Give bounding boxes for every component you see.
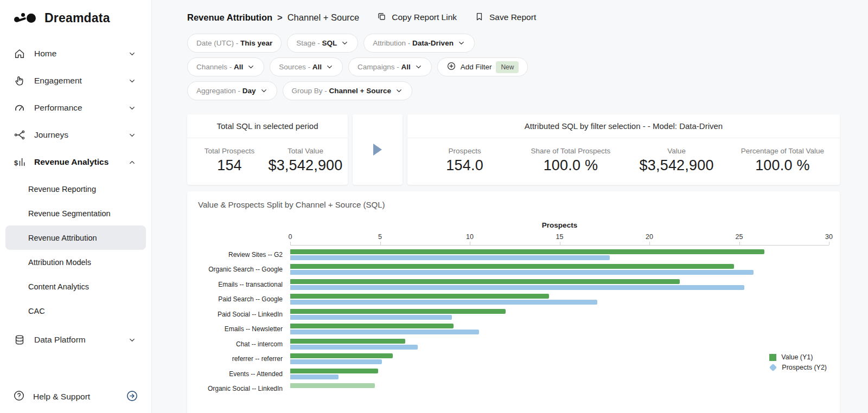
- sidebar-item-revenue-reporting[interactable]: Revenue Reporting: [0, 177, 151, 201]
- arrow-right-circle-icon[interactable]: [126, 390, 138, 404]
- metric-value: 154: [192, 157, 267, 174]
- chart-row-events-attended: Events -- Attended: [198, 366, 829, 382]
- chart-row-emails-transactional: Emails -- transactional: [198, 277, 829, 292]
- bar-group: [290, 369, 829, 379]
- total-sql-metrics: Total Prospects154Total Value$3,542,900: [187, 138, 348, 185]
- sidebar: Dreamdata HomeEngagementPerformanceJourn…: [0, 0, 152, 413]
- bar-group: [290, 279, 829, 290]
- prospects-bar: [290, 255, 610, 260]
- sidebar-item-performance[interactable]: Performance: [0, 94, 151, 121]
- sidebar-item-label: Data Platform: [34, 335, 86, 345]
- sidebar-item-help-support[interactable]: Help & Support: [0, 380, 151, 413]
- attributed-sql-card: Attributed SQL by filter selection - - M…: [407, 114, 840, 185]
- category-label: Review Sites -- G2: [198, 251, 290, 259]
- chevron-down-icon: [326, 63, 334, 71]
- chart-row-organic-social-linkedin: Organic Social -- LinkedIn: [198, 382, 829, 397]
- breadcrumb-root[interactable]: Revenue Attribution: [187, 12, 272, 23]
- topbar: Revenue Attribution > Channel + Source C…: [187, 8, 840, 27]
- value-bar: [290, 383, 375, 388]
- legend-item-value-y1: Value (Y1): [769, 353, 827, 361]
- bar-group: [290, 383, 829, 394]
- save-report-label: Save Report: [489, 12, 536, 22]
- prospects-bar: [290, 359, 382, 364]
- filter-pill-group-by[interactable]: Group By - Channel + Source: [283, 81, 412, 100]
- metric-percentage-of-total-value: Percentage of Total Value100.0 %: [730, 147, 835, 174]
- filter-pill-date-utc[interactable]: Date (UTC) - This year: [187, 34, 282, 53]
- value-bar: [290, 369, 378, 373]
- filter-pill-stage[interactable]: Stage - SQL: [287, 34, 358, 53]
- chevron-down-icon: [125, 47, 138, 60]
- bar-group: [290, 353, 829, 364]
- prospects-bar: [290, 330, 479, 334]
- bar-group: [290, 249, 829, 260]
- chart-row-emails-newsletter: Emails -- Newsletter: [198, 322, 829, 337]
- chart-title: Value & Prospects Split by Channel + Sou…: [198, 200, 829, 209]
- category-label: Emails -- transactional: [198, 281, 290, 288]
- chevron-up-icon: [125, 156, 138, 169]
- sidebar-item-attribution-models[interactable]: Attribution Models: [0, 250, 151, 274]
- axis-tick-labels: 051015202530: [290, 233, 829, 242]
- prospects-bar: [290, 285, 744, 290]
- axis-tick-label: 0: [289, 233, 292, 241]
- filter-pill-aggregation[interactable]: Aggregation - Day: [187, 81, 277, 100]
- filter-pill-sources[interactable]: Sources - All: [270, 57, 343, 76]
- metric-label: Total Prospects: [192, 147, 267, 155]
- chevron-down-icon: [341, 39, 349, 47]
- sidebar-item-revenue-attribution[interactable]: Revenue Attribution: [5, 225, 146, 250]
- filter-pill-add-filter[interactable]: Add FilterNew: [437, 57, 528, 76]
- filter-label: Group By - Channel + Source: [292, 87, 391, 95]
- metric-value: $3,542,900: [624, 157, 730, 174]
- sidebar-item-data-platform[interactable]: Data Platform: [0, 326, 151, 353]
- dreamdata-logo-icon: [14, 10, 38, 26]
- sidebar-item-home[interactable]: Home: [0, 40, 151, 67]
- copy-report-link-button[interactable]: Copy Report Link: [376, 11, 457, 24]
- chevron-down-icon: [260, 87, 268, 95]
- category-label: Emails -- Newsletter: [198, 325, 290, 333]
- breadcrumb-separator: >: [277, 12, 283, 23]
- chevron-down-icon: [125, 333, 138, 346]
- chart-legend: Value (Y1)Prospects (Y2): [769, 351, 827, 374]
- sidebar-item-revenue-segmentation[interactable]: Revenue Segmentation: [0, 201, 151, 225]
- sidebar-item-label: Engagement: [34, 76, 82, 86]
- filter-value: All: [312, 63, 322, 71]
- save-report-button[interactable]: Save Report: [474, 11, 536, 24]
- bar-group: [290, 294, 829, 305]
- filter-pill-attribution[interactable]: Attribution - Data-Driven: [363, 34, 475, 53]
- filter-value: This year: [240, 39, 272, 47]
- main-content: Revenue Attribution > Channel + Source C…: [152, 0, 868, 413]
- sidebar-item-cac[interactable]: CAC: [0, 299, 151, 323]
- performance-icon: [13, 101, 26, 114]
- metric-value: 100.0 %: [730, 157, 835, 174]
- axis-tick-label: 25: [736, 233, 743, 241]
- filter-pill-channels[interactable]: Channels - All: [187, 57, 264, 76]
- chevron-down-icon: [395, 87, 403, 95]
- sidebar-item-journeys[interactable]: Journeys: [0, 121, 151, 149]
- chart-row-paid-search-google: Paid Search -- Google: [198, 292, 829, 307]
- play-arrow-icon[interactable]: [373, 144, 382, 156]
- database-icon: [13, 333, 26, 346]
- filter-pill-campaigns[interactable]: Campaigns - All: [348, 57, 432, 76]
- sidebar-item-label: Home: [34, 49, 56, 59]
- bar-group: [290, 309, 829, 320]
- filter-label: Attribution - Data-Driven: [373, 39, 454, 47]
- bookmark-icon: [474, 11, 484, 24]
- chart-row-organic-search-google: Organic Search -- Google: [198, 262, 829, 278]
- sidebar-item-revenue-analytics[interactable]: $Revenue Analytics: [0, 149, 151, 176]
- help-support-label: Help & Support: [33, 392, 90, 402]
- filter-value: Channel + Source: [329, 87, 391, 95]
- filter-value: All: [234, 63, 243, 71]
- sidebar-item-engagement[interactable]: Engagement: [0, 67, 151, 94]
- metric-total-value: Total Value$3,542,900: [267, 147, 343, 174]
- sidebar-nav: HomeEngagementPerformanceJourneys$Revenu…: [0, 40, 151, 380]
- sidebar-item-label: Journeys: [34, 130, 68, 140]
- legend-label: Prospects (Y2): [782, 364, 827, 371]
- bar-group: [290, 339, 829, 350]
- sidebar-item-content-analytics[interactable]: Content Analytics: [0, 274, 151, 299]
- axis-tick-label: 15: [556, 233, 564, 241]
- prospects-bar: [290, 345, 418, 350]
- plus-circle-icon: [446, 61, 456, 73]
- chart-row-paid-social-linkedin: Paid Social -- LinkedIn: [198, 307, 829, 322]
- chart-row-review-sites-g2: Review Sites -- G2: [198, 247, 829, 262]
- expand-card: [353, 114, 403, 185]
- metric-value: 154.0: [412, 157, 518, 174]
